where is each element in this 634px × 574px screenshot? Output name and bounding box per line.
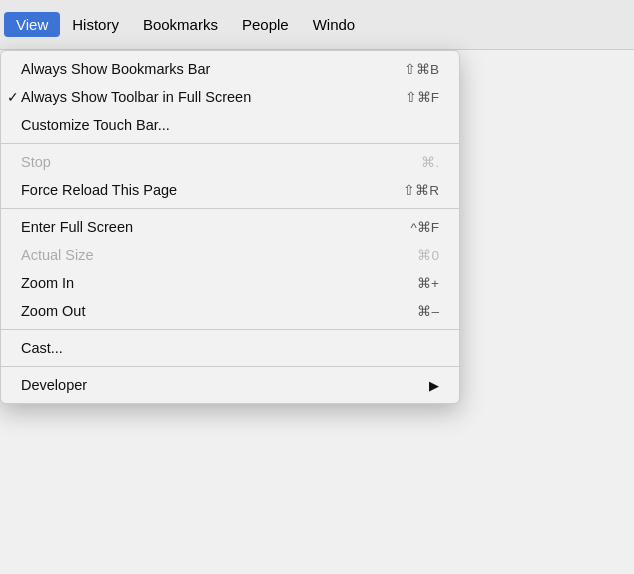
menu-item-cast[interactable]: Cast...: [1, 334, 459, 362]
menu-item-customize-touch-bar[interactable]: Customize Touch Bar...: [1, 111, 459, 139]
shortcut-label: ⌘.: [381, 154, 439, 170]
divider-3: [1, 329, 459, 330]
shortcut-label: ⌘0: [377, 247, 439, 263]
menu-bar-item-window[interactable]: Windo: [301, 12, 368, 37]
menu-item-always-show-bookmarks-bar[interactable]: Always Show Bookmarks Bar ⇧⌘B: [1, 55, 459, 83]
divider-4: [1, 366, 459, 367]
menu-bar-item-bookmarks[interactable]: Bookmarks: [131, 12, 230, 37]
menu-item-label: Cast...: [21, 340, 63, 356]
shortcut-label: ⌘–: [377, 303, 439, 319]
menu-item-always-show-toolbar[interactable]: ✓ Always Show Toolbar in Full Screen ⇧⌘F: [1, 83, 459, 111]
menu-item-label: Developer: [21, 377, 87, 393]
menu-bar-item-view[interactable]: View: [4, 12, 60, 37]
checkmark-checked: ✓: [7, 89, 19, 105]
submenu-arrow-icon: ▶: [429, 378, 439, 393]
menu-item-label: Zoom In: [21, 275, 74, 291]
menu-item-label: Stop: [21, 154, 51, 170]
menu-item-label: Always Show Bookmarks Bar: [21, 61, 210, 77]
view-dropdown-menu: Always Show Bookmarks Bar ⇧⌘B ✓ Always S…: [0, 50, 460, 404]
menu-item-force-reload[interactable]: Force Reload This Page ⇧⌘R: [1, 176, 459, 204]
shortcut-label: ⇧⌘F: [365, 89, 439, 105]
menu-item-label: Always Show Toolbar in Full Screen: [21, 89, 251, 105]
menu-item-label: Actual Size: [21, 247, 94, 263]
menu-item-zoom-out[interactable]: Zoom Out ⌘–: [1, 297, 459, 325]
menu-bar-item-people[interactable]: People: [230, 12, 301, 37]
menu-item-label: Customize Touch Bar...: [21, 117, 170, 133]
shortcut-label: ⇧⌘R: [363, 182, 439, 198]
menu-item-label: Zoom Out: [21, 303, 85, 319]
menu-item-enter-full-screen[interactable]: Enter Full Screen ^⌘F: [1, 213, 459, 241]
menu-item-actual-size: Actual Size ⌘0: [1, 241, 459, 269]
shortcut-label: ^⌘F: [370, 219, 439, 235]
menu-item-label: Enter Full Screen: [21, 219, 133, 235]
menu-item-zoom-in[interactable]: Zoom In ⌘+: [1, 269, 459, 297]
divider-2: [1, 208, 459, 209]
menu-bar-item-history[interactable]: History: [60, 12, 131, 37]
menu-bar: View History Bookmarks People Windo: [0, 0, 634, 50]
shortcut-label: ⇧⌘B: [364, 61, 439, 77]
divider-1: [1, 143, 459, 144]
menu-item-developer[interactable]: Developer ▶: [1, 371, 459, 399]
menu-item-label: Force Reload This Page: [21, 182, 177, 198]
menu-item-stop: Stop ⌘.: [1, 148, 459, 176]
shortcut-label: ⌘+: [377, 275, 439, 291]
